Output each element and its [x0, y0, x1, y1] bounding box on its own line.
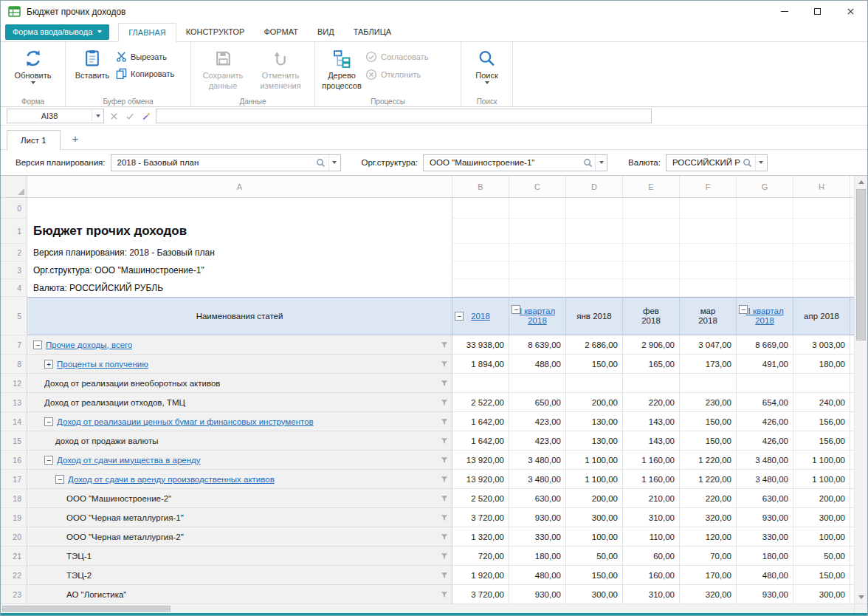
enter-icon[interactable]	[123, 112, 137, 120]
grid-cell[interactable]: 930,00	[509, 585, 566, 603]
row-header-21[interactable]: 21	[1, 547, 27, 566]
grid-cell[interactable]	[452, 244, 509, 261]
grid-cell[interactable]: 650,00	[509, 393, 566, 412]
search-icon[interactable]	[580, 158, 595, 168]
cell-name-box[interactable]: AI38	[7, 109, 104, 123]
grid-cell[interactable]	[680, 261, 737, 279]
tab-format[interactable]: ФОРМАТ	[254, 22, 308, 41]
grid-cell[interactable]: 930,00	[737, 585, 793, 603]
org-structure-combo[interactable]: ООО "Машиностроение-1"	[423, 154, 607, 171]
grid-cell[interactable]: 630,00	[737, 489, 793, 508]
row-header-4[interactable]: 4	[1, 279, 27, 297]
filter-icon[interactable]	[441, 514, 448, 521]
grid-cell[interactable]	[680, 219, 737, 244]
filter-icon[interactable]	[441, 495, 448, 502]
add-sheet-button[interactable]: +	[72, 132, 79, 149]
filter-icon[interactable]	[441, 572, 448, 579]
row-name-cell[interactable]: доход от продажи валюты	[27, 431, 452, 451]
collapse-toggle[interactable]: −	[44, 417, 53, 426]
grid-cell[interactable]	[623, 261, 680, 279]
grid-cell[interactable]	[566, 261, 623, 279]
grid-cell[interactable]	[737, 198, 793, 219]
filter-icon[interactable]	[441, 476, 448, 483]
io-form-menu-button[interactable]: Форма ввода/вывода	[5, 24, 109, 40]
grid-cell[interactable]	[509, 261, 566, 279]
paste-button[interactable]: Вставить	[69, 44, 116, 80]
row-header-12[interactable]: 12	[1, 374, 27, 393]
grid-cell[interactable]	[623, 198, 680, 219]
vertical-scroll-thumb[interactable]	[856, 189, 866, 340]
grid-cell[interactable]	[737, 374, 793, 393]
copy-button[interactable]: Копировать	[116, 68, 174, 79]
grid-cell[interactable]: 200,00	[566, 489, 623, 508]
grid-cell[interactable]: 1 160,00	[623, 451, 680, 470]
grid-cell[interactable]: 3 480,00	[509, 451, 566, 470]
grid-cell[interactable]: 156,00	[793, 412, 850, 431]
grid-cell[interactable]: 330,00	[509, 527, 566, 547]
grid-cell[interactable]: 130,00	[566, 431, 623, 451]
grid-cell[interactable]: 220,00	[623, 393, 680, 412]
close-button[interactable]	[834, 1, 867, 22]
grid-cell[interactable]: 3 003,00	[793, 335, 850, 355]
formula-wizard-icon[interactable]	[140, 112, 153, 121]
collapse-toggle[interactable]: −	[55, 475, 64, 484]
row-header-13[interactable]: 13	[1, 393, 27, 412]
grid-cell[interactable]: 3 480,00	[737, 470, 793, 489]
vertical-scrollbar[interactable]	[854, 176, 867, 603]
grid-cell[interactable]: 2 522,00	[452, 393, 509, 412]
row-name-cell[interactable]: +Проценты к получению	[27, 355, 452, 374]
grid-cell[interactable]	[452, 261, 509, 279]
doc-cell[interactable]: Бюджет прочих доходов	[27, 219, 452, 244]
grid-cell[interactable]: 300,00	[566, 585, 623, 603]
grid-cell[interactable]: 480,00	[737, 566, 793, 585]
process-tree-button[interactable]: Дерево процессов	[318, 44, 365, 90]
minimize-button[interactable]	[768, 1, 801, 22]
grid-cell[interactable]: 100,00	[566, 527, 623, 547]
row-header-17[interactable]: 17	[1, 470, 27, 489]
grid-cell[interactable]: 320,00	[680, 585, 737, 603]
scroll-up-icon[interactable]	[855, 176, 867, 188]
period-header-label[interactable]: 2018	[471, 312, 490, 321]
grid-cell[interactable]: 654,00	[737, 393, 793, 412]
grid-cell[interactable]: 1 220,00	[680, 470, 737, 489]
row-name-cell[interactable]: ТЭЦ-2	[27, 566, 452, 585]
grid-cell[interactable]: 930,00	[509, 508, 566, 527]
chevron-down-icon[interactable]	[328, 155, 340, 171]
grid-cell[interactable]	[566, 219, 623, 244]
grid-cell[interactable]: 426,00	[737, 431, 793, 451]
row-header-0[interactable]: 0	[1, 198, 27, 219]
expand-toggle[interactable]: +	[44, 360, 53, 369]
grid-cell[interactable]	[509, 244, 566, 261]
grid-cell[interactable]: 320,00	[680, 508, 737, 527]
tab-table[interactable]: ТАБЛИЦА	[344, 22, 402, 41]
grid-cell[interactable]	[793, 374, 850, 393]
grid-cell[interactable]: 1 100,00	[793, 451, 850, 470]
grid-cell[interactable]: 200,00	[793, 489, 850, 508]
column-header-b[interactable]: B	[452, 176, 509, 197]
grid-cell[interactable]	[793, 244, 850, 261]
grid-cell[interactable]: 160,00	[623, 566, 680, 585]
row-label[interactable]: Проценты к получению	[57, 360, 148, 369]
row-header-20[interactable]: 20	[1, 527, 27, 547]
grid-cell[interactable]: 1 160,00	[623, 470, 680, 489]
column-header-d[interactable]: D	[566, 176, 623, 197]
row-label[interactable]: Доход от сдачи в аренду производственных…	[68, 475, 275, 484]
approve-button[interactable]: Согласовать	[365, 51, 428, 63]
cancel-icon[interactable]	[107, 112, 120, 120]
filter-icon[interactable]	[441, 437, 448, 445]
grid-cell[interactable]: 3 047,00	[680, 335, 737, 355]
grid-cell[interactable]: 110,00	[623, 527, 680, 547]
tab-home[interactable]: ГЛАВНАЯ	[118, 23, 176, 42]
grid-cell[interactable]: 150,00	[566, 566, 623, 585]
grid-cell[interactable]	[623, 374, 680, 393]
row-name-cell[interactable]: −Доход от сдачи в аренду производственны…	[27, 470, 452, 489]
column-header-a[interactable]: A	[27, 176, 452, 197]
maximize-button[interactable]	[801, 1, 834, 22]
grid-cell[interactable]	[452, 198, 509, 219]
grid-cell[interactable]: 3 480,00	[509, 470, 566, 489]
horizontal-scrollbar[interactable]	[1, 603, 867, 613]
grid-cell[interactable]: 426,00	[737, 412, 793, 431]
column-header-g[interactable]: G	[737, 176, 793, 197]
grid-cell[interactable]: 130,00	[566, 412, 623, 431]
tab-view[interactable]: ВИД	[308, 22, 344, 41]
